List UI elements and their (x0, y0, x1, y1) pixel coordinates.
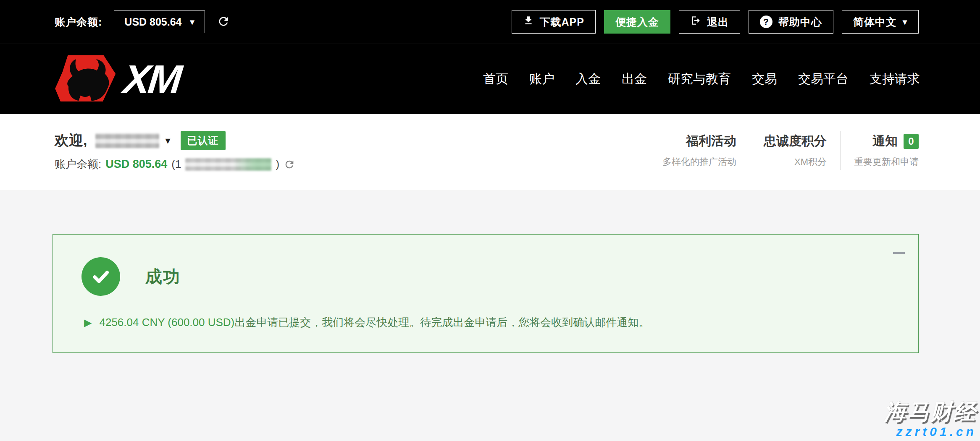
notification-count-badge: 0 (904, 134, 919, 149)
xm-logo-text: XM (121, 59, 186, 99)
collapse-panel-button[interactable] (893, 252, 905, 254)
account-dropdown-caret-icon[interactable]: ▾ (165, 135, 170, 146)
download-app-label: 下载APP (540, 15, 584, 29)
welcome-balance-label: 账户余额: (55, 157, 101, 172)
refresh-icon (284, 159, 295, 170)
xm-bull-icon (54, 52, 121, 106)
balance-refresh-button[interactable] (284, 159, 295, 170)
topbar-balance-group: 账户余额: USD 805.64 ▾ (55, 10, 230, 33)
link-loyalty-title: 忠诚度积分 (764, 133, 827, 150)
xm-logo[interactable]: XM (54, 52, 184, 106)
logout-icon (690, 15, 701, 29)
logout-label: 退出 (707, 15, 729, 29)
verified-status-badge: 已认证 (181, 131, 226, 150)
welcome-quick-links: 福利活动 多样化的推广活动 忠诚度积分 XM积分 通知 0 重要更新和申请 (649, 131, 919, 170)
help-icon: ? (760, 16, 772, 28)
link-promotions-title: 福利活动 (662, 133, 736, 150)
success-check-icon (81, 257, 120, 296)
account-balance-select[interactable]: USD 805.64 ▾ (114, 10, 205, 33)
success-alert-panel: 成功 ▶ 4256.04 CNY (600.00 USD)出金申请已提交，我们将… (53, 234, 919, 353)
success-message-body: 出金申请已提交，我们将会尽快处理。待完成出金申请后，您将会收到确认邮件通知。 (234, 316, 649, 329)
topbar-balance-label: 账户余额: (55, 15, 102, 29)
account-balance-value: USD 805.64 (124, 16, 181, 28)
language-label: 简体中文 (853, 15, 897, 29)
link-loyalty-subtitle: XM积分 (764, 156, 827, 168)
topbar-actions: 下载APP 便捷入金 退出 ? 帮助中心 简体中文 ▾ (512, 10, 919, 34)
bullet-triangle-icon: ▶ (84, 318, 92, 328)
nav-item-account[interactable]: 账户 (529, 70, 554, 88)
success-message: 4256.04 CNY (600.00 USD)出金申请已提交，我们将会尽快处理… (99, 315, 649, 330)
success-message-row: ▶ 4256.04 CNY (600.00 USD)出金申请已提交，我们将会尽快… (84, 315, 649, 330)
nav-item-trading[interactable]: 交易 (752, 70, 777, 88)
welcome-user-block: 欢迎, ▾ 已认证 账户余额: USD 805.64 (1 ) (55, 131, 295, 172)
success-title: 成功 (145, 265, 181, 288)
help-center-label: 帮助中心 (778, 15, 822, 29)
chevron-down-icon: ▾ (903, 18, 907, 26)
language-select-button[interactable]: 简体中文 ▾ (842, 10, 919, 34)
link-loyalty-points[interactable]: 忠诚度积分 XM积分 (750, 131, 840, 170)
redacted-username (95, 133, 159, 148)
main-nav-menu: 首页 账户 入金 出金 研究与教育 交易 交易平台 支持请求 (483, 70, 920, 88)
link-promotions[interactable]: 福利活动 多样化的推广活动 (649, 131, 750, 170)
nav-item-deposit[interactable]: 入金 (575, 70, 601, 88)
link-promotions-subtitle: 多样化的推广活动 (662, 156, 736, 168)
refresh-icon (217, 15, 230, 29)
nav-item-withdrawal[interactable]: 出金 (622, 70, 647, 88)
nav-item-research-education[interactable]: 研究与教育 (668, 70, 731, 88)
welcome-section: 欢迎, ▾ 已认证 账户余额: USD 805.64 (1 ) 福利活动 多样化… (0, 114, 980, 191)
main-content: 成功 ▶ 4256.04 CNY (600.00 USD)出金申请已提交，我们将… (0, 191, 980, 441)
topbar-refresh-button[interactable] (217, 15, 230, 29)
chevron-down-icon: ▾ (190, 18, 194, 26)
account-number-suffix: ) (276, 158, 279, 171)
account-number-prefix: (1 (171, 158, 181, 171)
quick-deposit-button[interactable]: 便捷入金 (604, 10, 670, 34)
link-notifications-subtitle: 重要更新和申请 (854, 156, 919, 168)
download-icon (523, 15, 534, 29)
redacted-account-number (185, 158, 271, 171)
main-navbar: XM 首页 账户 入金 出金 研究与教育 交易 交易平台 支持请求 (0, 44, 980, 114)
welcome-balance-value: USD 805.64 (105, 158, 167, 171)
withdrawal-amount: 4256.04 CNY (600.00 USD) (99, 316, 234, 329)
download-app-button[interactable]: 下载APP (512, 10, 596, 34)
welcome-greeting: 欢迎, (55, 131, 87, 150)
nav-item-platforms[interactable]: 交易平台 (798, 70, 849, 88)
top-utility-bar: 账户余额: USD 805.64 ▾ 下载APP 便捷入金 退出 ? (0, 0, 980, 44)
link-notifications[interactable]: 通知 0 重要更新和申请 (840, 131, 919, 170)
nav-item-support[interactable]: 支持请求 (870, 70, 920, 88)
nav-item-home[interactable]: 首页 (483, 70, 508, 88)
link-notifications-title: 通知 (872, 133, 898, 150)
help-center-button[interactable]: ? 帮助中心 (749, 10, 833, 34)
logout-button[interactable]: 退出 (679, 10, 740, 34)
quick-deposit-label: 便捷入金 (615, 15, 659, 29)
